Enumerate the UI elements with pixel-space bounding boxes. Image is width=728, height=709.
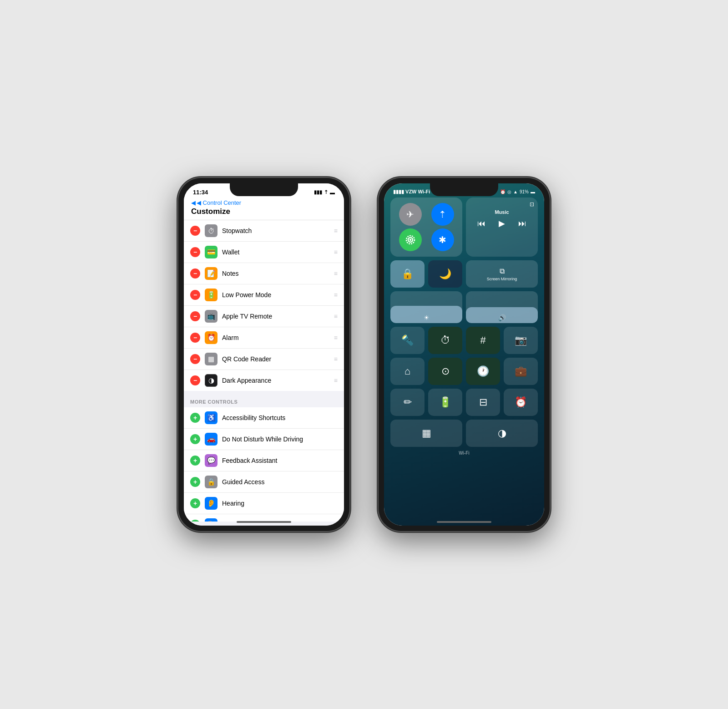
cellular-button[interactable]: [399, 228, 422, 251]
music-block[interactable]: ⊡ Music ⏮ ▶ ⏭: [466, 198, 538, 257]
list-item[interactable]: − 💳 Wallet ≡: [184, 242, 344, 263]
low-power-icon: 🔋: [205, 289, 217, 301]
add-button[interactable]: +: [190, 498, 200, 508]
battery-cc-btn[interactable]: 🔋: [428, 389, 462, 416]
remove-button[interactable]: −: [190, 268, 200, 279]
camera-button[interactable]: 📷: [504, 327, 538, 354]
item-label: Accessibility Shortcuts: [222, 414, 338, 421]
add-button[interactable]: +: [190, 434, 200, 444]
airplane-mode-button[interactable]: ✈: [399, 203, 422, 226]
nav-back-label[interactable]: ◀ Control Center: [197, 199, 241, 206]
remove-button[interactable]: −: [190, 354, 200, 364]
second-row: 🔒 🌙 ⧉ Screen Mirroring: [384, 260, 544, 291]
notes-icon: 📝: [205, 267, 217, 280]
record-button[interactable]: ⊙: [428, 358, 462, 385]
item-label: QR Code Reader: [222, 355, 329, 363]
fast-forward-button[interactable]: ⏭: [518, 219, 526, 228]
list-item[interactable]: − 📝 Notes ≡: [184, 263, 344, 284]
drag-handle-icon[interactable]: ≡: [334, 334, 338, 341]
screen-mirroring-label: Screen Mirroring: [487, 277, 517, 281]
accessibility-icon: ♿: [205, 411, 217, 424]
add-button[interactable]: +: [190, 413, 200, 423]
remove-button[interactable]: −: [190, 375, 200, 385]
nav-title: Customize: [191, 207, 230, 216]
list-item[interactable]: + 🚗 Do Not Disturb While Driving: [184, 429, 344, 450]
item-label: Hearing: [222, 500, 338, 507]
calculator-button[interactable]: #: [466, 327, 500, 354]
list-item[interactable]: + 🔒 Guided Access: [184, 471, 344, 493]
dark-appearance-cc-button[interactable]: ◑: [466, 420, 538, 447]
feedback-icon: 💬: [205, 454, 217, 467]
qr-cc-button[interactable]: ▦: [390, 420, 462, 447]
list-item[interactable]: − ⏰ Alarm ≡: [184, 327, 344, 349]
item-label: Feedback Assistant: [222, 457, 338, 464]
remove-button[interactable]: −: [190, 311, 200, 321]
screen-mirroring-button[interactable]: ⧉ Screen Mirroring: [466, 260, 538, 288]
dark-appearance-icon: ◑: [205, 374, 217, 387]
drag-handle-icon[interactable]: ≡: [334, 248, 338, 256]
back-chevron-icon: ◀: [191, 199, 196, 206]
item-label: Stopwatch: [222, 227, 329, 234]
timer-button[interactable]: ⏱: [428, 327, 462, 354]
add-button[interactable]: +: [190, 477, 200, 487]
control-center-screen: ▮▮▮▮ VZW Wi-Fi ⇡ VPN ⏰ ◎ ▲ 91% ▬: [384, 183, 544, 526]
list-item[interactable]: − 📺 Apple TV Remote ≡: [184, 306, 344, 327]
remote-button[interactable]: ⊟: [466, 389, 500, 416]
signal-icon: ▮▮▮: [314, 189, 322, 195]
drag-handle-icon[interactable]: ≡: [334, 227, 338, 234]
volume-slider[interactable]: 🔊: [466, 291, 538, 323]
rewind-button[interactable]: ⏮: [477, 219, 485, 228]
list-item[interactable]: + 👂 Hearing: [184, 493, 344, 514]
sliders-row: ☀ 🔊: [384, 291, 544, 327]
item-label: Low Power Mode: [222, 291, 329, 299]
alarm-cc-btn[interactable]: ⏰: [504, 389, 538, 416]
wifi-icon: ⇡: [324, 189, 328, 195]
remove-button[interactable]: −: [190, 226, 200, 236]
list-item[interactable]: + 💬 Feedback Assistant: [184, 450, 344, 471]
play-button[interactable]: ▶: [499, 218, 505, 228]
item-label: Dark Appearance: [222, 377, 329, 384]
list-item[interactable]: + 🔍 Magnifier: [184, 514, 344, 522]
remove-button[interactable]: −: [190, 333, 200, 343]
rotation-lock-button[interactable]: 🔒: [390, 260, 425, 288]
nav-back-button[interactable]: ◀ ◀ Control Center: [191, 199, 337, 206]
drag-handle-icon[interactable]: ≡: [334, 377, 338, 384]
battery-icon: ▬: [330, 190, 335, 195]
wallet-cc-button[interactable]: 💼: [504, 358, 538, 385]
arrow-cc-icon: ▲: [513, 189, 518, 194]
list-item[interactable]: + ♿ Accessibility Shortcuts: [184, 407, 344, 429]
battery-cc-icon: ▬: [531, 189, 535, 194]
music-controls: ⏮ ▶ ⏭: [470, 218, 533, 228]
airplay-icon[interactable]: ⊡: [530, 201, 534, 208]
add-button[interactable]: +: [190, 456, 200, 466]
remove-button[interactable]: −: [190, 247, 200, 257]
flashlight-button[interactable]: 🔦: [390, 327, 425, 354]
drag-handle-icon[interactable]: ≡: [334, 291, 338, 299]
apple-tv-icon: 📺: [205, 310, 217, 323]
wifi-button[interactable]: ⇡: [431, 203, 454, 226]
connectivity-block[interactable]: ✈ ⇡: [390, 198, 462, 257]
brightness-slider[interactable]: ☀: [390, 291, 462, 323]
svg-point-2: [410, 239, 411, 240]
bluetooth-button[interactable]: ✱: [431, 228, 454, 251]
controls-row-2: ⌂ ⊙ 🕐 💼: [384, 358, 544, 389]
list-item[interactable]: − 🔋 Low Power Mode ≡: [184, 284, 344, 306]
drag-handle-icon[interactable]: ≡: [334, 355, 338, 363]
more-controls-section: + ♿ Accessibility Shortcuts + 🚗 Do Not D…: [184, 407, 344, 522]
note-button[interactable]: ✏: [390, 389, 425, 416]
clock-button[interactable]: 🕐: [466, 358, 500, 385]
home-button[interactable]: ⌂: [390, 358, 425, 385]
list-item[interactable]: − ◑ Dark Appearance ≡: [184, 370, 344, 391]
drag-handle-icon[interactable]: ≡: [334, 313, 338, 320]
item-label: Apple TV Remote: [222, 313, 329, 320]
dnd-driving-icon: 🚗: [205, 433, 217, 446]
list-item[interactable]: − ⏱ Stopwatch ≡: [184, 220, 344, 242]
drag-handle-icon[interactable]: ≡: [334, 270, 338, 277]
stopwatch-icon: ⏱: [205, 224, 217, 237]
settings-content[interactable]: − ⏱ Stopwatch ≡ − 💳 Wallet ≡ −: [184, 220, 344, 522]
list-item[interactable]: − ▦ QR Code Reader ≡: [184, 349, 344, 370]
do-not-disturb-button[interactable]: 🌙: [428, 260, 462, 288]
remove-button[interactable]: −: [190, 290, 200, 300]
add-button[interactable]: +: [190, 520, 200, 522]
item-label: Guided Access: [222, 478, 338, 486]
